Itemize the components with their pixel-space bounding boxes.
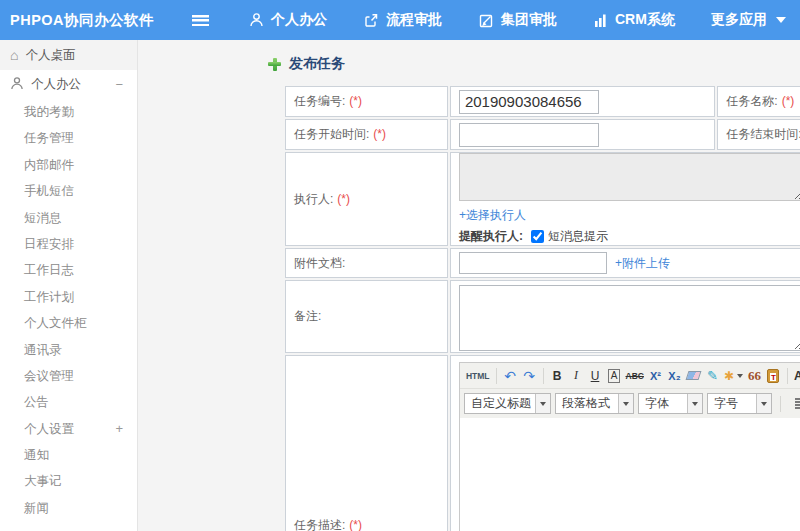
- sidebar-item-internal-mail[interactable]: 内部邮件: [0, 152, 137, 178]
- chevron-down-icon: [535, 394, 550, 413]
- sidebar-item-work-plan[interactable]: 工作计划: [0, 284, 137, 310]
- task-number-label: 任务编号:(*): [285, 86, 448, 117]
- font-color-button[interactable]: A: [792, 366, 800, 386]
- attachment-cell: +附件上传: [450, 248, 800, 278]
- rich-text-editor: HTML ↶ ↷ B I U A ABC X² X₂ ✎: [459, 362, 800, 531]
- paragraph-format-dropdown[interactable]: 段落格式: [555, 393, 634, 414]
- nav-item-personal-office[interactable]: 个人办公: [249, 11, 327, 29]
- collapse-icon[interactable]: −: [115, 77, 123, 92]
- remind-executor-row: 提醒执行人: 短消息提示: [459, 228, 800, 245]
- attachment-label: 附件文档:: [285, 248, 448, 278]
- font-family-dropdown[interactable]: 字体: [638, 393, 703, 414]
- user-icon: [249, 12, 264, 28]
- top-navigation-bar: PHPOA协同办公软件 个人办公 流程审批 集团审批 CRM系统 更多应用: [0, 0, 800, 40]
- task-number-input[interactable]: [459, 90, 599, 114]
- chevron-down-icon: [776, 17, 786, 23]
- start-time-cell: [450, 119, 715, 150]
- remove-format-button[interactable]: [684, 366, 703, 386]
- editor-toolbar-row1: HTML ↶ ↷ B I U A ABC X² X₂ ✎: [460, 363, 800, 389]
- sidebar-item-personal-file-cabinet[interactable]: 个人文件柜: [0, 310, 137, 336]
- align-left-icon[interactable]: [795, 398, 800, 409]
- border-text-button[interactable]: A: [605, 366, 624, 386]
- sidebar-item-work-log[interactable]: 工作日志: [0, 257, 137, 283]
- remark-textarea[interactable]: [459, 285, 800, 351]
- nav-item-group-approval[interactable]: 集团审批: [478, 11, 557, 29]
- italic-button[interactable]: I: [567, 366, 586, 386]
- toolbar-separator: [543, 368, 544, 384]
- sidebar-item-schedule[interactable]: 日程安排: [0, 231, 137, 257]
- sidebar: ⌂ 个人桌面 个人办公 − 我的考勤 任务管理 内部邮件 手机短信 短消息 日程…: [0, 40, 138, 531]
- top-nav: 个人办公 流程审批 集团审批 CRM系统 更多应用: [249, 11, 786, 29]
- editor-content-area[interactable]: [460, 418, 800, 531]
- sidebar-item-personal-settings[interactable]: 个人设置+: [0, 416, 137, 442]
- add-icon: [268, 58, 281, 71]
- sms-remind-checkbox[interactable]: [531, 230, 544, 243]
- required-mark: (*): [373, 127, 386, 141]
- sidebar-item-meeting-management[interactable]: 会议管理: [0, 363, 137, 389]
- executor-label: 执行人:(*): [285, 152, 448, 246]
- sidebar-item-short-message[interactable]: 短消息: [0, 205, 137, 231]
- user-icon: [10, 76, 24, 94]
- description-cell: HTML ↶ ↷ B I U A ABC X² X₂ ✎: [450, 355, 800, 531]
- nav-item-crm[interactable]: CRM系统: [593, 11, 675, 29]
- required-mark: (*): [349, 518, 362, 531]
- start-time-input[interactable]: [459, 123, 599, 147]
- undo-button[interactable]: ↶: [501, 366, 520, 386]
- sidebar-item-task-management[interactable]: 任务管理: [0, 125, 137, 151]
- remind-executor-label: 提醒执行人:: [459, 228, 523, 245]
- required-mark: (*): [782, 94, 795, 108]
- start-time-label: 任务开始时间:(*): [285, 119, 448, 150]
- chevron-down-icon: [687, 394, 702, 413]
- home-icon: ⌂: [10, 48, 18, 62]
- chevron-down-icon: [756, 394, 771, 413]
- sidebar-item-memorabilia[interactable]: 大事记: [0, 468, 137, 494]
- app-logo[interactable]: PHPOA协同办公软件: [0, 11, 178, 30]
- bar-chart-icon: [593, 13, 608, 28]
- quick-format-button[interactable]: ✎: [703, 366, 722, 386]
- expand-icon[interactable]: +: [115, 416, 123, 442]
- remark-cell: [450, 280, 800, 353]
- sidebar-item-contacts[interactable]: 通讯录: [0, 337, 137, 363]
- redo-button[interactable]: ↷: [520, 366, 539, 386]
- font-size-dropdown[interactable]: 字号: [707, 393, 772, 414]
- eraser-icon: [685, 371, 701, 380]
- executor-textarea[interactable]: [459, 153, 800, 201]
- paste-from-word-button[interactable]: T: [764, 366, 783, 386]
- sidebar-item-news[interactable]: 新闻: [0, 495, 137, 521]
- html-source-button[interactable]: HTML: [464, 366, 492, 386]
- attachment-upload-link[interactable]: +附件上传: [615, 255, 670, 272]
- insert-plugin-button[interactable]: ✱: [722, 366, 745, 386]
- superscript-button[interactable]: X²: [646, 366, 665, 386]
- toolbar-separator: [496, 368, 497, 384]
- workflow-approval-icon: [363, 12, 379, 28]
- nav-item-workflow-approval[interactable]: 流程审批: [363, 11, 442, 29]
- underline-button[interactable]: U: [586, 366, 605, 386]
- alignment-group: [795, 398, 800, 409]
- sms-remind-label: 短消息提示: [548, 228, 608, 245]
- sidebar-item-my-attendance[interactable]: 我的考勤: [0, 99, 137, 125]
- select-executor-link[interactable]: +选择执行人: [459, 207, 800, 224]
- required-mark: (*): [349, 94, 362, 108]
- sidebar-group-personal-office[interactable]: 个人办公 −: [0, 70, 137, 99]
- subscript-button[interactable]: X₂: [665, 366, 684, 386]
- nav-item-more-apps[interactable]: 更多应用: [711, 11, 786, 29]
- remark-label: 备注:: [285, 280, 448, 353]
- hamburger-menu-icon[interactable]: [192, 15, 209, 26]
- attachment-input[interactable]: [459, 252, 607, 274]
- sidebar-item-notification[interactable]: 通知: [0, 442, 137, 468]
- custom-title-dropdown[interactable]: 自定义标题: [464, 393, 551, 414]
- chevron-down-icon: [618, 394, 633, 413]
- task-number-cell: [450, 86, 715, 117]
- editor-toolbar-row2: 自定义标题 段落格式 字体 字号: [460, 389, 800, 418]
- toolbar-separator: [787, 368, 788, 384]
- sidebar-item-mobile-sms[interactable]: 手机短信: [0, 178, 137, 204]
- strikethrough-button[interactable]: ABC: [624, 366, 646, 386]
- sidebar-item-personal-desktop[interactable]: ⌂ 个人桌面: [0, 40, 137, 70]
- bold-button[interactable]: B: [548, 366, 567, 386]
- sidebar-item-partial[interactable]: [0, 521, 137, 531]
- required-mark: (*): [337, 192, 350, 206]
- blockquote-button[interactable]: 66: [745, 366, 764, 386]
- chevron-down-icon: [737, 374, 743, 378]
- page-title: 发布任务: [268, 55, 345, 73]
- sidebar-item-announcement[interactable]: 公告: [0, 389, 137, 415]
